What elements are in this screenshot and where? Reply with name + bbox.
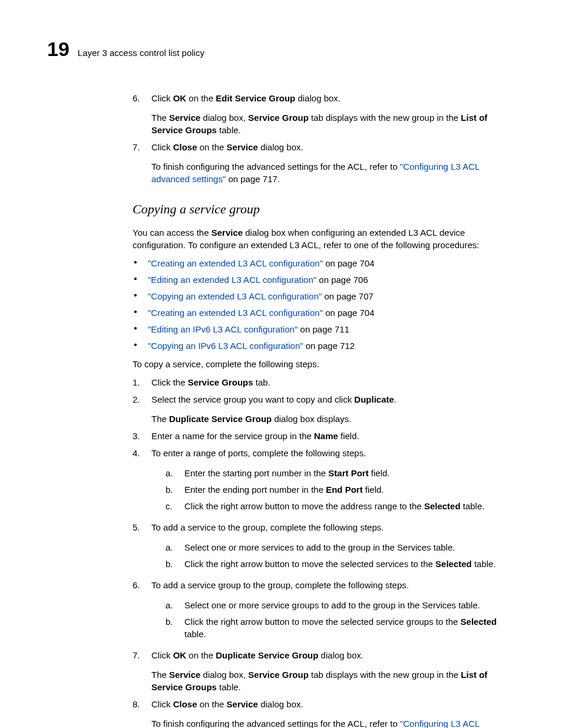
step-body: Click Close on the Service dialog box. (151, 698, 506, 710)
step-item: 4.To enter a range of ports, complete th… (133, 447, 506, 516)
bullet-body: "Copying an IPv6 L3 ACL configuration" o… (148, 340, 355, 352)
substep-item: a.Select one or more service groups to a… (166, 599, 506, 611)
step-note: To finish configuring the advanced setti… (151, 160, 506, 185)
step-number: 6. (133, 579, 143, 591)
step-body: Enter a name for the service group in th… (151, 430, 506, 442)
page-header: 19 Layer 3 access control list policy (47, 35, 506, 64)
bullet-body: "Editing an IPv6 L3 ACL configuration" o… (148, 323, 349, 335)
procedure-link-item: •"Editing an extended L3 ACL configurati… (133, 274, 506, 286)
cross-reference-link[interactable]: "Creating an extended L3 ACL configurati… (148, 308, 323, 318)
step-body: To enter a range of ports, complete the … (151, 447, 506, 459)
substep-body: Select one or more services to add to th… (184, 541, 455, 554)
step-item: 6.Click OK on the Edit Service Group dia… (133, 92, 506, 136)
procedure-link-item: •"Copying an IPv6 L3 ACL configuration" … (133, 340, 506, 352)
cross-reference-link[interactable]: "Configuring L3 ACL advanced settings" (151, 162, 480, 184)
substep-body: Click the right arrow button to move the… (184, 500, 484, 512)
document-page: 19 Layer 3 access control list policy 6.… (0, 0, 562, 728)
header-title: Layer 3 access control list policy (78, 47, 204, 59)
substep-letter: a. (166, 599, 176, 611)
bullet-body: "Editing an extended L3 ACL configuratio… (148, 274, 368, 286)
step-item: 7.Click Close on the Service dialog box.… (133, 141, 506, 185)
chapter-number: 19 (47, 35, 70, 64)
step-number: 2. (133, 393, 143, 406)
step-note: The Duplicate Service Group dialog box d… (151, 413, 506, 425)
procedure-link-item: •"Editing an IPv6 L3 ACL configuration" … (133, 323, 506, 335)
step-body: Click OK on the Edit Service Group dialo… (151, 92, 506, 104)
step-body: To add a service group to the group, com… (151, 579, 506, 591)
step-item: 5.To add a service to the group, complet… (133, 521, 506, 574)
step-number: 1. (133, 376, 143, 388)
substep-item: b.Click the right arrow button to move t… (166, 615, 506, 640)
step-note: The Service dialog box, Service Group ta… (151, 111, 506, 136)
step-number: 6. (133, 92, 143, 104)
substep-body: Enter the starting port number in the St… (184, 467, 390, 479)
step-item: 1.Click the Service Groups tab. (133, 376, 506, 388)
step-note: To finish configuring the advanced setti… (151, 717, 506, 728)
step-number: 3. (133, 430, 143, 442)
substep-letter: c. (166, 500, 176, 512)
bullet-icon: • (133, 257, 138, 269)
procedure-link-item: •"Copying an extended L3 ACL configurati… (133, 290, 506, 302)
procedure-links-list: •"Creating an extended L3 ACL configurat… (133, 257, 506, 352)
bullet-body: "Copying an extended L3 ACL configuratio… (148, 290, 373, 302)
substep-item: a.Select one or more services to add to … (166, 541, 506, 554)
continuation-steps-list: 6.Click OK on the Edit Service Group dia… (133, 92, 506, 185)
substep-item: b.Click the right arrow button to move t… (166, 558, 506, 570)
copy-service-steps-list: 1.Click the Service Groups tab.2.Select … (133, 376, 506, 728)
section-intro: You can access the Service dialog box wh… (133, 226, 506, 251)
substep-item: b.Enter the ending port number in the En… (166, 483, 506, 496)
substep-letter: a. (166, 467, 176, 479)
substep-body: Click the right arrow button to move the… (184, 615, 506, 640)
procedure-link-item: •"Creating an extended L3 ACL configurat… (133, 257, 506, 269)
step-item: 2.Select the service group you want to c… (133, 393, 506, 425)
bullet-icon: • (133, 307, 138, 319)
substep-body: Select one or more service groups to add… (184, 599, 480, 611)
step-body: Click the Service Groups tab. (151, 376, 506, 388)
cross-reference-link[interactable]: "Creating an extended L3 ACL configurati… (148, 258, 323, 268)
page-content: 6.Click OK on the Edit Service Group dia… (133, 92, 506, 728)
substep-letter: b. (166, 558, 176, 570)
bullet-icon: • (133, 340, 138, 352)
step-number: 7. (133, 141, 143, 153)
step-number: 5. (133, 521, 143, 533)
step-item: 3.Enter a name for the service group in … (133, 430, 506, 442)
substep-letter: b. (166, 615, 176, 640)
step-note: The Service dialog box, Service Group ta… (151, 668, 506, 693)
substep-body: Enter the ending port number in the End … (184, 483, 384, 496)
copy-service-intro: To copy a service, complete the followin… (133, 358, 506, 370)
step-item: 7.Click OK on the Duplicate Service Grou… (133, 649, 506, 693)
cross-reference-link[interactable]: "Copying an extended L3 ACL configuratio… (148, 291, 322, 301)
substep-list: a.Select one or more services to add to … (151, 541, 506, 570)
cross-reference-link[interactable]: "Editing an IPv6 L3 ACL configuration" (148, 324, 297, 334)
substep-item: a.Enter the starting port number in the … (166, 467, 506, 479)
cross-reference-link[interactable]: "Configuring L3 ACL advanced settings" (151, 719, 480, 728)
step-body: To add a service to the group, complete … (151, 521, 506, 533)
bullet-icon: • (133, 274, 138, 286)
section-heading: Copying a service group (133, 200, 506, 219)
substep-list: a.Select one or more service groups to a… (151, 599, 506, 640)
cross-reference-link[interactable]: "Editing an extended L3 ACL configuratio… (148, 275, 316, 285)
bullet-body: "Creating an extended L3 ACL configurati… (148, 307, 375, 319)
procedure-link-item: •"Creating an extended L3 ACL configurat… (133, 307, 506, 319)
substep-body: Click the right arrow button to move the… (184, 558, 496, 570)
substep-letter: a. (166, 541, 176, 554)
step-body: Click OK on the Duplicate Service Group … (151, 649, 506, 661)
step-number: 4. (133, 447, 143, 459)
cross-reference-link[interactable]: "Copying an IPv6 L3 ACL configuration" (148, 341, 303, 351)
bullet-icon: • (133, 323, 138, 335)
step-body: Select the service group you want to cop… (151, 393, 506, 406)
bullet-icon: • (133, 290, 138, 302)
step-number: 8. (133, 698, 143, 710)
step-item: 8.Click Close on the Service dialog box.… (133, 698, 506, 728)
step-item: 6.To add a service group to the group, c… (133, 579, 506, 644)
bullet-body: "Creating an extended L3 ACL configurati… (148, 257, 375, 269)
substep-list: a.Enter the starting port number in the … (151, 467, 506, 512)
step-body: Click Close on the Service dialog box. (151, 141, 506, 153)
substep-item: c.Click the right arrow button to move t… (166, 500, 506, 512)
substep-letter: b. (166, 483, 176, 496)
step-number: 7. (133, 649, 143, 661)
